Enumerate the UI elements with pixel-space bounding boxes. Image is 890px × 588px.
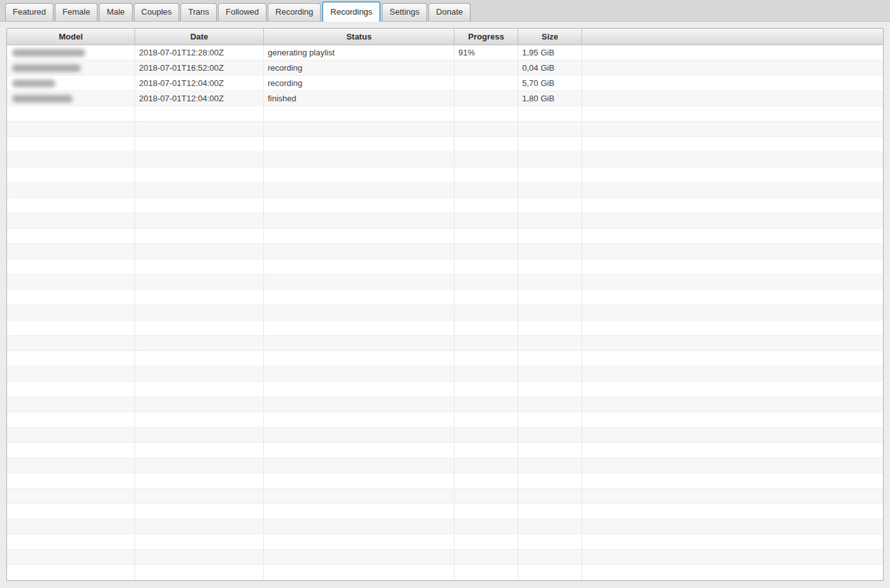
cell-size xyxy=(518,458,582,473)
cell-progress xyxy=(455,382,518,396)
cell-size xyxy=(518,275,582,289)
cell-size xyxy=(518,565,582,580)
cell-progress xyxy=(455,443,518,457)
cell-model xyxy=(7,290,135,305)
column-header-progress[interactable]: Progress xyxy=(455,29,518,45)
cell-size: 1,80 GiB xyxy=(518,91,582,106)
cell-status xyxy=(264,259,455,274)
cell-filler xyxy=(582,351,883,366)
tab-recording[interactable]: Recording xyxy=(268,3,321,21)
cell-status xyxy=(264,336,455,350)
cell-filler xyxy=(582,137,883,152)
cell-progress xyxy=(455,76,518,90)
table-header: Model Date Status Progress Size xyxy=(7,29,883,45)
cell-model xyxy=(7,152,135,167)
cell-model xyxy=(7,183,135,197)
cell-status xyxy=(264,427,455,442)
cell-model xyxy=(7,489,135,503)
cell-filler xyxy=(582,122,883,136)
cell-size xyxy=(518,183,582,197)
tab-donate[interactable]: Donate xyxy=(428,3,471,21)
cell-size xyxy=(518,106,582,121)
cell-date xyxy=(135,489,264,503)
cell-progress xyxy=(455,534,518,549)
tab-couples[interactable]: Couples xyxy=(134,3,180,21)
cell-model xyxy=(7,229,135,243)
cell-progress xyxy=(455,259,518,274)
table-row[interactable]: 2018-07-01T16:52:00Z recording 0,04 GiB xyxy=(7,61,883,76)
cell-progress xyxy=(455,244,518,259)
cell-model xyxy=(7,351,135,366)
cell-filler xyxy=(582,336,883,350)
table-row-empty xyxy=(7,168,883,183)
table-row-empty xyxy=(7,305,883,320)
cell-status xyxy=(264,229,455,243)
tab-male[interactable]: Male xyxy=(99,3,132,21)
cell-date xyxy=(135,534,264,549)
cell-status xyxy=(264,305,455,320)
cell-progress xyxy=(455,152,518,167)
cell-filler xyxy=(582,106,883,121)
table-row[interactable]: 2018-07-01T12:04:00Z recording 5,70 GiB xyxy=(7,76,883,91)
cell-status: recording xyxy=(264,61,455,75)
cell-date xyxy=(135,183,264,197)
cell-filler xyxy=(582,412,883,427)
tab-featured[interactable]: Featured xyxy=(5,3,54,21)
table-row[interactable]: 2018-07-01T12:28:00Z generating playlist… xyxy=(7,45,883,61)
tab-female[interactable]: Female xyxy=(55,3,98,21)
table-body: 2018-07-01T12:28:00Z generating playlist… xyxy=(7,45,883,580)
column-header-date[interactable]: Date xyxy=(135,29,264,45)
redacted-model-name xyxy=(12,49,85,57)
table-row-empty xyxy=(7,244,883,259)
cell-status xyxy=(264,290,455,305)
cell-date: 2018-07-01T12:28:00Z xyxy=(135,45,264,60)
table-row-empty xyxy=(7,290,883,305)
cell-model xyxy=(7,366,135,381)
table-row-empty xyxy=(7,427,883,443)
cell-status xyxy=(264,198,455,213)
cell-model xyxy=(7,336,135,350)
table-row-empty xyxy=(7,504,883,519)
cell-status xyxy=(264,152,455,167)
cell-filler xyxy=(582,534,883,549)
tab-settings[interactable]: Settings xyxy=(382,3,427,21)
cell-date xyxy=(135,305,264,320)
cell-filler xyxy=(582,152,883,167)
cell-date xyxy=(135,229,264,243)
cell-progress xyxy=(455,366,518,381)
cell-model xyxy=(7,458,135,473)
cell-filler xyxy=(582,443,883,457)
cell-filler xyxy=(582,473,883,488)
cell-progress xyxy=(455,336,518,350)
cell-date xyxy=(135,336,264,350)
table-row-empty xyxy=(7,366,883,382)
tab-trans[interactable]: Trans xyxy=(180,3,217,21)
cell-progress xyxy=(455,565,518,580)
table-row[interactable]: 2018-07-01T12:04:00Z finished 1,80 GiB xyxy=(7,91,883,106)
cell-model xyxy=(7,519,135,534)
cell-filler xyxy=(582,229,883,243)
cell-date xyxy=(135,366,264,381)
cell-status: finished xyxy=(264,91,455,106)
tab-recordings[interactable]: Recordings xyxy=(322,1,381,22)
cell-model xyxy=(7,137,135,152)
cell-filler xyxy=(582,305,883,320)
cell-size xyxy=(518,443,582,457)
cell-status: recording xyxy=(264,76,455,90)
table-row-empty xyxy=(7,382,883,397)
cell-filler xyxy=(582,427,883,442)
column-header-model[interactable]: Model xyxy=(7,29,135,45)
cell-status xyxy=(264,168,455,182)
cell-date xyxy=(135,519,264,534)
tab-followed[interactable]: Followed xyxy=(218,3,266,21)
cell-progress xyxy=(455,427,518,442)
column-header-size[interactable]: Size xyxy=(518,29,582,45)
cell-status xyxy=(264,565,455,580)
cell-size xyxy=(518,305,582,320)
cell-size xyxy=(518,397,582,412)
cell-date xyxy=(135,473,264,488)
cell-status xyxy=(264,122,455,136)
column-header-status[interactable]: Status xyxy=(264,29,455,45)
cell-date xyxy=(135,397,264,412)
cell-progress: 91% xyxy=(455,45,518,60)
